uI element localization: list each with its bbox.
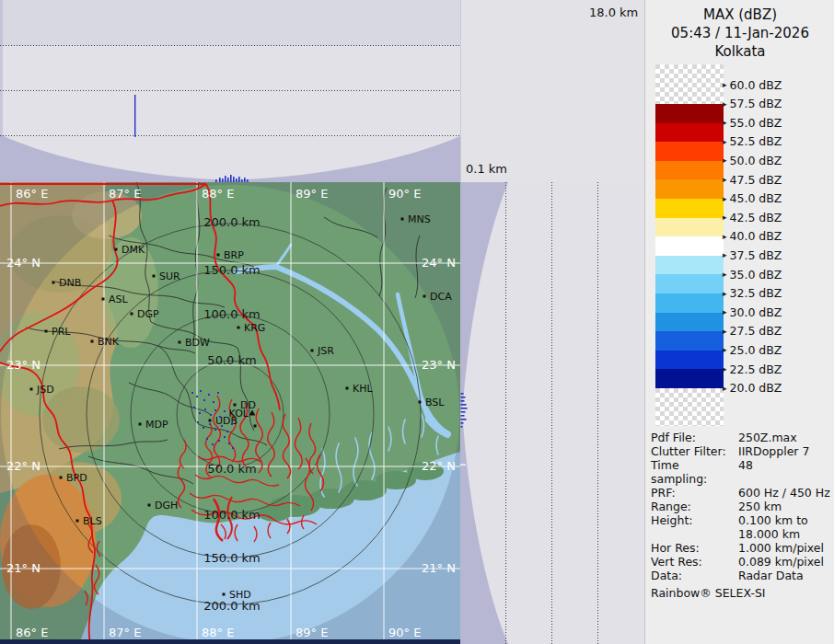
- profile-echo-dash: [461, 404, 467, 406]
- city-label-DCA: DCA: [430, 291, 452, 303]
- scale-tick-arrow-icon: ▸: [723, 137, 727, 146]
- scale-band-14: [655, 369, 724, 388]
- range-ring-label: 150.0 km: [203, 551, 261, 565]
- city-label-BSL: BSL: [425, 397, 445, 408]
- top-height-profile-panel: [0, 0, 461, 182]
- city-label-KRG: KRG: [244, 322, 265, 334]
- city-label-PRL: PRL: [52, 326, 71, 338]
- scale-band-9: [655, 274, 724, 293]
- product-datetime: 05:43 / 11-Jan-2026: [645, 24, 834, 42]
- metadata-label: Hor Res:: [651, 541, 738, 555]
- scale-band-11: [655, 313, 724, 332]
- radar-echo-dot: [218, 440, 220, 442]
- scale-label-text: 50.0 dBZ: [730, 154, 782, 167]
- scale-label-22.5: ▸22.5 dBZ: [723, 362, 782, 376]
- city-label-ASL: ASL: [109, 293, 129, 305]
- metadata-value: 1.000 km/pixel: [738, 541, 824, 555]
- scale-tick-arrow-icon: ▸: [723, 270, 727, 279]
- scale-band-2: [655, 142, 724, 161]
- scale-band-13: [655, 351, 724, 370]
- radar-echo-dot: [224, 410, 226, 412]
- legend-title-block: MAX (dBZ) 05:43 / 11-Jan-2026 Kolkata: [645, 6, 834, 61]
- scale-band-10: [655, 293, 724, 313]
- metadata-label: PRF:: [651, 486, 738, 500]
- lon-label-top: 86° E: [16, 187, 48, 201]
- range-ring-label: 50.0 km: [207, 462, 256, 476]
- scale-label-text: 27.5 dBZ: [730, 324, 782, 338]
- scale-label-text: 40.0 dBZ: [730, 229, 782, 243]
- radar-echo-dot: [228, 443, 230, 444]
- profile-echo-dash: [461, 411, 466, 413]
- radar-echo-dot: [232, 447, 234, 449]
- metadata-label: Pdf File:: [651, 431, 738, 444]
- metadata-row: Time sampling:48: [651, 458, 833, 486]
- city-label-JSR: JSR: [317, 345, 334, 357]
- city-marker-DGH: [148, 504, 151, 507]
- metadata-row: PRF:600 Hz / 450 Hz: [651, 486, 833, 500]
- radar-echo-dot: [209, 423, 211, 425]
- scale-label-text: 30.0 dBZ: [730, 305, 782, 319]
- scale-label-text: 60.0 dBZ: [730, 78, 782, 92]
- radar-echo-dot: [203, 427, 204, 429]
- range-ring-label: 200.0 km: [203, 215, 261, 229]
- city-label-DNB: DNB: [59, 277, 81, 289]
- scale-tick-arrow-icon: ▸: [723, 194, 727, 203]
- city-label-KHL: KHL: [353, 383, 373, 395]
- profile-echo-dash: [461, 422, 464, 424]
- scale-tick-arrow-icon: ▸: [723, 175, 727, 184]
- product-metadata: Pdf File:250Z.maxClutter Filter:IIRDoppl…: [651, 431, 833, 600]
- scale-band-12: [655, 331, 724, 351]
- metadata-row: Hor Res:1.000 km/pixel: [651, 541, 833, 555]
- radar-echo-dot: [200, 390, 202, 392]
- radar-echo-dot: [224, 436, 226, 438]
- radar-echo-dot: [206, 438, 208, 440]
- scale-label-45.0: ▸45.0 dBZ: [723, 191, 782, 206]
- range-ring-label: 150.0 km: [203, 263, 261, 277]
- software-branding: Rainbow® SELEX-SI: [651, 586, 833, 600]
- range-ring-label: 50.0 km: [207, 353, 256, 367]
- radar-echo-dot: [191, 392, 193, 394]
- scale-label-32.5: ▸32.5 dBZ: [723, 286, 782, 301]
- metadata-label: Data:: [651, 569, 738, 582]
- scale-tick-arrow-icon: ▸: [723, 250, 727, 259]
- scale-label-27.5: ▸27.5 dBZ: [723, 324, 782, 339]
- city-marker-DD: [234, 404, 237, 407]
- scale-band-1: [655, 123, 724, 143]
- metadata-value: IIRDoppler 7: [738, 444, 809, 458]
- profile-echo-bar: [230, 175, 232, 182]
- city-label-JSD: JSD: [36, 384, 54, 396]
- scale-tick-arrow-icon: ▸: [723, 99, 727, 109]
- lon-label-top: 87° E: [109, 187, 141, 201]
- city-label-BPD: BPD: [66, 472, 87, 484]
- profile-gridlines: [0, 46, 460, 136]
- lat-label-left: 24° N: [6, 256, 41, 270]
- scale-tick-arrow-icon: ▸: [723, 213, 727, 222]
- scale-label-60.0: ▸60.0 dBZ: [723, 77, 782, 92]
- height-axis-max-label: 18.0 km: [589, 6, 638, 19]
- radar-echo-dot: [219, 416, 221, 418]
- city-label-BRP: BRP: [224, 249, 244, 261]
- scale-label-text: 22.5 dBZ: [730, 362, 782, 376]
- city-marker-ASL: [102, 298, 105, 301]
- lon-label-top: 90° E: [388, 187, 421, 201]
- scale-band-5: [655, 199, 724, 218]
- scale-label-text: 57.5 dBZ: [730, 97, 782, 110]
- right-height-profile-panel: [460, 182, 644, 644]
- city-marker-MDP: [139, 423, 142, 426]
- scale-label-text: 20.0 dBZ: [730, 381, 782, 395]
- radar-map-view[interactable]: 86° E86° E87° E87° E88° E88° E89° E89° E…: [0, 182, 460, 644]
- scale-band-8: [655, 256, 724, 275]
- metadata-row: Clutter Filter:IIRDoppler 7: [651, 444, 833, 458]
- city-label-MNS: MNS: [408, 213, 431, 225]
- city-label-DGP: DGP: [137, 308, 159, 320]
- city-label-SHD: SHD: [229, 589, 251, 601]
- right-profile-graphic: [460, 182, 644, 644]
- scale-label-30.0: ▸30.0 dBZ: [723, 305, 782, 319]
- city-marker-BSL: [419, 401, 422, 404]
- scale-label-55.0: ▸55.0 dBZ: [723, 115, 782, 130]
- scale-below-min-checker: [655, 388, 724, 426]
- radar-echo-dot: [214, 429, 216, 431]
- profile-echo-dash: [461, 415, 465, 417]
- scale-label-25.0: ▸25.0 dBZ: [723, 342, 782, 357]
- lat-label-right: 22° N: [422, 459, 456, 473]
